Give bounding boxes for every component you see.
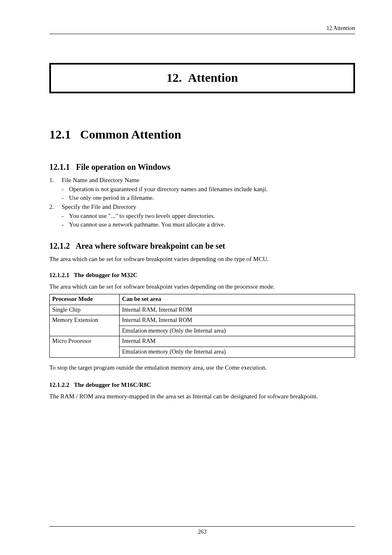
table-row: Processor Mode Can be set area [50, 294, 355, 305]
item-text: Operation is not guaranteed if your dire… [69, 185, 267, 193]
subsection-title: File operation on Windows [76, 162, 171, 171]
table-header: Can be set area [120, 294, 355, 305]
table-cell: Memory Extension [50, 315, 120, 336]
list-item: - Use only one period in a filename. [62, 194, 355, 202]
item-text: You cannot use "..." to specify two leve… [69, 212, 215, 220]
table-cell: Emulation memory (Only the Internal area… [120, 326, 355, 336]
section-number: 12.1 [49, 127, 71, 141]
list-item: - Operation is not guaranteed if your di… [62, 185, 355, 193]
table-cell: Internal RAM [120, 336, 355, 347]
subsubsection-title: The debugger for M16C/R8C [74, 382, 151, 388]
table-cell: Internal RAM, Internal ROM [120, 315, 355, 326]
table-row: Micro Processor Internal RAM [50, 336, 355, 347]
table-row: Single Chip Internal RAM, Internal ROM [50, 305, 355, 315]
list-item: 2. Specify the File and Directory [49, 203, 355, 211]
numbered-list: 1. File Name and Directory Name - Operat… [49, 176, 355, 229]
paragraph: The RAM / ROM area memory-mapped in the … [49, 392, 355, 400]
running-header-text: 12 Attention [326, 25, 355, 31]
subsection-number: 12.1.1 [49, 162, 70, 171]
chapter-number: 12. [166, 71, 182, 84]
dash-marker: - [62, 220, 65, 229]
subsection-heading: 12.1.1 File operation on Windows [49, 162, 355, 173]
item-text: Use only one period in a filename. [69, 194, 154, 202]
dash-marker: - [62, 212, 65, 220]
dash-marker: - [62, 185, 65, 193]
page-number: 263 [198, 529, 207, 535]
item-text: Specify the File and Directory [62, 203, 136, 211]
page-footer: 263 [49, 526, 355, 536]
subsubsection-title: The debugger for M32C [74, 272, 138, 278]
processor-mode-table: Processor Mode Can be set area Single Ch… [49, 294, 355, 357]
table-cell: Emulation memory (Only the Internal area… [120, 347, 355, 357]
subsubsection-heading: 12.1.2.2 The debugger for M16C/R8C [49, 381, 355, 389]
chapter-banner-inner: 12. Attention [51, 65, 353, 92]
chapter-banner: 12. Attention [49, 63, 355, 94]
chapter-title: Attention [188, 71, 238, 84]
subsection-title: Area where software breakpoint can be se… [76, 241, 225, 250]
list-item: - You cannot use "..." to specify two le… [62, 212, 355, 220]
item-text: You cannot use a network pathname. You m… [69, 220, 226, 229]
paragraph: To stop the target program outside the e… [49, 363, 355, 372]
table-cell: Internal RAM, Internal ROM [120, 305, 355, 315]
section-title: Common Attention [80, 127, 181, 141]
subsubsection-heading: 12.1.2.1 The debugger for M32C [49, 271, 355, 279]
table-row: Memory Extension Internal RAM, Internal … [50, 315, 355, 326]
dash-marker: - [62, 194, 65, 202]
subsection-heading: 12.1.2 Area where software breakpoint ca… [49, 240, 355, 252]
subsubsection-number: 12.1.2.1 [49, 272, 69, 278]
item-number: 2. [49, 203, 54, 211]
list-item: 1. File Name and Directory Name [49, 176, 355, 184]
list-item: - You cannot use a network pathname. You… [62, 220, 355, 229]
subsubsection-number: 12.1.2.2 [49, 382, 69, 388]
item-number: 1. [49, 176, 54, 184]
item-text: File Name and Directory Name [62, 176, 139, 184]
running-header: 12 Attention [49, 25, 355, 34]
table-header: Processor Mode [50, 294, 120, 305]
paragraph: The area which can be set for software b… [49, 255, 355, 263]
table-cell: Single Chip [50, 305, 120, 315]
table-cell: Micro Processor [50, 336, 120, 357]
subsection-number: 12.1.2 [49, 241, 70, 250]
paragraph: The area which can be set for software b… [49, 282, 355, 291]
section-heading: 12.1 Common Attention [49, 126, 355, 143]
